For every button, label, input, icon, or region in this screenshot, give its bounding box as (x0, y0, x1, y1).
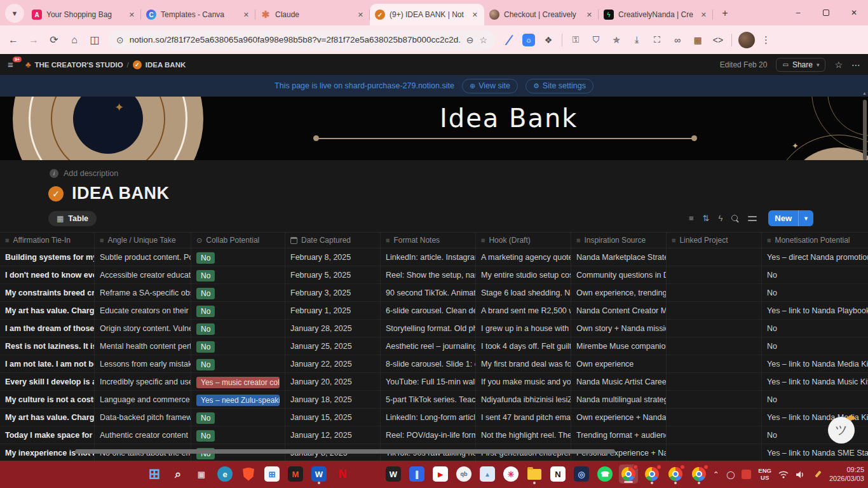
quickbooks-taskbar-button[interactable]: qb (454, 464, 473, 484)
minimize-button[interactable]: – (784, 0, 812, 25)
tab-your-shopping-bag[interactable]: A Your Shopping Bag ✕ (27, 4, 141, 25)
table-row[interactable]: I am the dream of those who weOrigin sto… (0, 320, 868, 337)
file-explorer-taskbar-button[interactable] (525, 464, 544, 484)
cell-monetisation[interactable]: No (762, 284, 868, 302)
tab-creativelynanda[interactable]: ϟ CreativelyNanda | Cre ✕ (599, 4, 713, 25)
cell-collab[interactable]: Yes – music creator collab? (191, 373, 285, 391)
cell-monetisation[interactable]: Yes – link to Nanda Media Kit (762, 355, 868, 373)
column-header-linked-project[interactable]: Linked Project (667, 233, 762, 248)
cell-monetisation[interactable]: Yes – link to Nanda SME Starter (762, 444, 868, 461)
cell-format[interactable]: 6-slide carousel. Clean design. S (381, 302, 476, 320)
cell-monetisation[interactable]: Yes – link to Nanda Playbook (762, 302, 868, 320)
cell-inspiration[interactable]: Mirembe Muse companion reso (571, 337, 667, 355)
site-settings-button[interactable]: ⚙ Site settings (526, 79, 593, 93)
page-title[interactable]: IDEA BANK (72, 184, 170, 203)
red-tray-app-icon[interactable] (742, 470, 751, 479)
split-view-icon[interactable]: ◫ (88, 34, 102, 46)
extensions-puzzle-icon[interactable]: ❖ (541, 35, 555, 45)
notion-app-taskbar-button[interactable]: N (548, 464, 567, 484)
task-view-taskbar-button[interactable]: ▣ (192, 464, 211, 484)
new-tab-button[interactable]: + (717, 5, 733, 22)
cell-inspiration[interactable]: Nanda Marketplace Strategy Do (571, 248, 667, 266)
edge-taskbar-button[interactable]: e (215, 464, 234, 484)
zoom-icon[interactable]: ⊖ (466, 35, 474, 45)
windows-start-taskbar-button[interactable]: ⊞ (145, 464, 164, 484)
cell-format[interactable]: Reel: POV/day-in-life format. Vo (381, 426, 476, 444)
volume-icon[interactable] (796, 470, 806, 479)
cell-affirmation[interactable]: I don't need to know everything (0, 266, 95, 284)
cell-inspiration[interactable]: Nanda multilingual strategy – Zu (571, 391, 667, 409)
column-header-affirmation-tie-in[interactable]: Affirmation Tie-In (0, 233, 95, 248)
cell-affirmation[interactable]: I am the dream of those who we (0, 320, 95, 337)
cell-collab[interactable]: No (191, 409, 285, 426)
table-extension-icon[interactable]: ▦ (691, 35, 705, 45)
ring-tray-icon[interactable]: ◯ (726, 470, 735, 479)
cell-hook[interactable]: A marketing agency quoted me (476, 248, 571, 266)
tab-close-icon[interactable]: ✕ (128, 10, 136, 20)
cell-format[interactable]: 5-part TikTok series. Teach 5 bu (381, 391, 476, 409)
tab-close-icon[interactable]: ✕ (356, 10, 365, 20)
cell-collab[interactable]: No (191, 266, 285, 284)
cell-affirmation[interactable]: My art has value. Charging for i (0, 409, 95, 426)
vertical-scrollbar[interactable]: ▲ (862, 97, 867, 461)
cell-affirmation[interactable]: I am not late. I am not behind. I a (0, 355, 95, 373)
view-site-button[interactable]: ⊕ View site (462, 79, 518, 93)
cell-linked[interactable] (667, 373, 762, 391)
cell-linked[interactable] (667, 284, 762, 302)
favorite-star-icon[interactable]: ☆ (834, 60, 843, 70)
page-icon-check[interactable]: ✓ (48, 186, 64, 201)
cell-format[interactable]: LinkedIn: article. Instagram: spli (381, 248, 476, 266)
settings-extension-icon[interactable]: ☼ (522, 34, 535, 46)
cell-date[interactable]: February 1, 2025 (285, 302, 381, 320)
url-text[interactable]: notion.so/2f81f72e5a638065a960fa998e98b5… (130, 35, 461, 44)
cell-angle[interactable]: Incredibly specific and useful. N (95, 373, 191, 391)
address-bar[interactable]: ⊙ notion.so/2f81f72e5a638065a960fa998e98… (108, 30, 496, 50)
netflix-taskbar-button[interactable]: N (333, 464, 352, 484)
chrome-profile-3-taskbar-button[interactable] (666, 464, 685, 484)
table-row[interactable]: My art has value. Charging for iEducate … (0, 302, 868, 320)
hidden-icons-chevron[interactable]: ⌃ (713, 470, 719, 479)
column-header-collab-potential[interactable]: Collab Potential (191, 233, 285, 248)
link-icon[interactable]: ∞ (670, 35, 684, 45)
cell-linked[interactable] (667, 391, 762, 409)
new-dropdown-chevron-icon[interactable]: ▼ (799, 210, 813, 226)
breadcrumb-workspace[interactable]: THE CREATOR'S STUDIO (35, 61, 123, 69)
table-row[interactable]: I don't need to know everythingAccessibl… (0, 266, 868, 284)
cell-linked[interactable] (667, 302, 762, 320)
cell-monetisation[interactable]: Yes – direct Nanda promotion (762, 248, 868, 266)
word-taskbar-button[interactable]: W (309, 464, 329, 484)
cell-linked[interactable] (667, 426, 762, 444)
m365-taskbar-button[interactable]: M (286, 464, 305, 484)
tab-templates-canva[interactable]: C Templates - Canva ✕ (141, 4, 255, 25)
cell-affirmation[interactable]: My art has value. Charging for i (0, 302, 95, 320)
cell-affirmation[interactable]: Today I make space for my art. I (0, 426, 95, 444)
close-button[interactable]: ✕ (840, 0, 868, 25)
cell-date[interactable]: January 22, 2025 (285, 355, 381, 373)
cell-linked[interactable] (667, 337, 762, 355)
cell-date[interactable]: February 3, 2025 (285, 284, 381, 302)
new-button[interactable]: New ▼ (768, 210, 813, 226)
tab-checkout-creatively[interactable]: Checkout | Creatively ✕ (484, 4, 599, 25)
cell-format[interactable]: Storytelling format. Old photos (381, 320, 476, 337)
download-icon[interactable]: ⤓ (630, 34, 644, 45)
cell-linked[interactable] (667, 409, 762, 426)
cell-collab[interactable]: No (191, 355, 285, 373)
cell-monetisation[interactable]: No (762, 391, 868, 409)
cart-extension-icon[interactable]: ⛉ (589, 34, 603, 45)
cell-hook[interactable]: My first brand deal was for R500 (476, 355, 571, 373)
sort-icon[interactable]: ⇅ (703, 214, 710, 223)
cell-collab[interactable]: Yes – need Zulu-speaking ... (191, 391, 285, 409)
cell-inspiration[interactable]: Trending format + audience fee (571, 426, 667, 444)
column-header-hook-draft-[interactable]: Hook (Draft) (476, 233, 571, 248)
cell-angle[interactable]: Subtle product content. Positio (95, 248, 191, 266)
cell-date[interactable]: February 5, 2025 (285, 266, 381, 284)
cell-linked[interactable] (667, 355, 762, 373)
cell-angle[interactable]: Origin story content. Vulnerabil (95, 320, 191, 337)
cell-angle[interactable]: Reframe a SA-specific obstacle (95, 284, 191, 302)
cell-inspiration[interactable]: Own experience, trending SA cr (571, 284, 667, 302)
whatsapp-taskbar-button[interactable]: ☎ (595, 464, 614, 484)
cell-hook[interactable]: I took 4 days off. Felt guilty ever (476, 337, 571, 355)
table-row[interactable]: Rest is not laziness. It is restoratMent… (0, 337, 868, 355)
media-app-taskbar-button[interactable]: ◎ (572, 464, 591, 484)
profile-avatar[interactable] (738, 32, 755, 48)
